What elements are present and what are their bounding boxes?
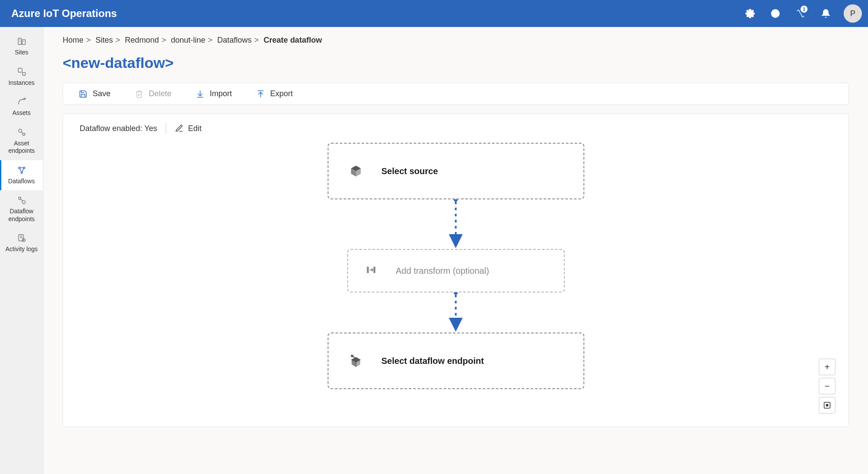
sidebar-item-assets[interactable]: Assets <box>0 92 43 122</box>
source-label: Select source <box>382 166 438 176</box>
action-toolbar: Save Delete Import Export <box>63 83 849 105</box>
main-content: Home> Sites> Redmond> donut-line> Datafl… <box>44 27 868 474</box>
download-icon <box>196 90 204 98</box>
fit-icon <box>823 401 831 409</box>
instances-icon <box>17 67 27 77</box>
brand-title: Azure IoT Operations <box>11 7 739 20</box>
user-avatar[interactable]: P <box>844 4 862 23</box>
notification-badge: 1 <box>801 6 808 13</box>
topbar-actions: 1 P <box>739 3 862 24</box>
settings-button[interactable] <box>739 3 761 24</box>
sidebar-item-label: Activity logs <box>6 245 38 253</box>
svg-rect-8 <box>18 68 22 72</box>
select-endpoint-node[interactable]: Select dataflow endpoint <box>328 333 584 389</box>
flow-area: Select source Add transform (optional) S… <box>63 143 848 413</box>
top-bar: Azure IoT Operations 1 P <box>0 0 868 27</box>
fit-screen-button[interactable] <box>819 397 835 413</box>
zoom-in-button[interactable]: + <box>819 359 835 375</box>
canvas-header: Dataflow enabled: Yes Edit <box>63 114 848 143</box>
breadcrumb-current: Create dataflow <box>264 36 322 44</box>
sidebar-item-asset-endpoints[interactable]: Asset endpoints <box>0 122 43 160</box>
svg-rect-32 <box>373 266 375 273</box>
svg-point-11 <box>18 129 21 132</box>
svg-point-33 <box>351 355 353 357</box>
help-icon <box>771 9 780 18</box>
sidebar-item-label: Sites <box>15 49 28 57</box>
sidebar-item-instances[interactable]: Instances <box>0 62 43 92</box>
help-button[interactable] <box>764 3 786 24</box>
diagnostics-button[interactable]: 1 <box>790 3 811 24</box>
breadcrumb-link[interactable]: donut-line <box>171 36 205 44</box>
zoom-controls: + − <box>819 359 835 413</box>
delete-button: Delete <box>135 89 171 98</box>
breadcrumb-link[interactable]: Dataflows <box>217 36 251 44</box>
enabled-text: Dataflow enabled: Yes <box>80 124 157 133</box>
edit-icon <box>175 124 184 133</box>
sidebar-item-label: Dataflow endpoints <box>2 208 41 223</box>
sidebar: Sites Instances Assets Asset endpoints D… <box>0 27 44 474</box>
svg-rect-9 <box>22 72 25 75</box>
upload-icon <box>256 90 265 98</box>
svg-point-15 <box>23 167 25 168</box>
sidebar-item-sites[interactable]: Sites <box>0 31 43 62</box>
dataflow-canvas: Dataflow enabled: Yes Edit <box>63 114 849 427</box>
asset-endpoints-icon <box>17 128 27 137</box>
svg-point-10 <box>24 98 25 99</box>
zoom-out-button[interactable]: − <box>819 378 835 394</box>
import-label: Import <box>210 89 232 98</box>
delete-label: Delete <box>149 89 171 98</box>
sites-icon <box>17 37 27 46</box>
transform-label: Add transform (optional) <box>396 266 489 276</box>
bell-icon <box>821 9 831 18</box>
endpoint-icon <box>349 354 362 367</box>
export-button[interactable]: Export <box>256 89 293 98</box>
sidebar-item-label: Instances <box>9 79 35 87</box>
cube-icon <box>349 165 362 178</box>
endpoint-label: Select dataflow endpoint <box>382 356 484 366</box>
activity-logs-icon <box>17 233 27 243</box>
notifications-button[interactable] <box>815 3 837 24</box>
dataflows-icon <box>17 165 27 175</box>
dataflow-endpoints-icon <box>17 195 27 205</box>
edit-label: Edit <box>188 124 201 133</box>
transform-icon <box>365 264 379 277</box>
svg-rect-4 <box>22 40 25 44</box>
import-button[interactable]: Import <box>196 89 232 98</box>
breadcrumb-link[interactable]: Home <box>63 36 84 44</box>
sidebar-item-activity-logs[interactable]: Activity logs <box>0 228 43 259</box>
page-title: <new-dataflow> <box>63 54 849 71</box>
sidebar-item-label: Assets <box>12 109 30 117</box>
svg-point-35 <box>826 404 828 407</box>
gear-icon <box>745 9 755 18</box>
sidebar-item-dataflows[interactable]: Dataflows <box>0 160 43 191</box>
svg-point-18 <box>22 201 25 204</box>
divider <box>166 123 166 134</box>
export-label: Export <box>270 89 293 98</box>
save-label: Save <box>93 89 111 98</box>
add-transform-node[interactable]: Add transform (optional) <box>347 249 565 292</box>
select-source-node[interactable]: Select source <box>328 143 584 199</box>
edit-button[interactable]: Edit <box>175 124 201 133</box>
save-button[interactable]: Save <box>79 89 111 98</box>
sidebar-item-dataflow-endpoints[interactable]: Dataflow endpoints <box>0 190 43 228</box>
svg-point-14 <box>18 167 20 168</box>
assets-icon <box>17 97 27 107</box>
breadcrumb: Home> Sites> Redmond> donut-line> Datafl… <box>63 36 849 45</box>
trash-icon <box>135 90 144 98</box>
svg-rect-31 <box>367 266 369 273</box>
sidebar-item-label: Dataflows <box>8 178 35 185</box>
svg-line-13 <box>21 132 23 134</box>
save-icon <box>79 90 87 98</box>
breadcrumb-link[interactable]: Redmond <box>125 36 159 44</box>
sidebar-item-label: Asset endpoints <box>2 140 41 155</box>
svg-point-16 <box>21 171 23 173</box>
breadcrumb-link[interactable]: Sites <box>96 36 113 44</box>
